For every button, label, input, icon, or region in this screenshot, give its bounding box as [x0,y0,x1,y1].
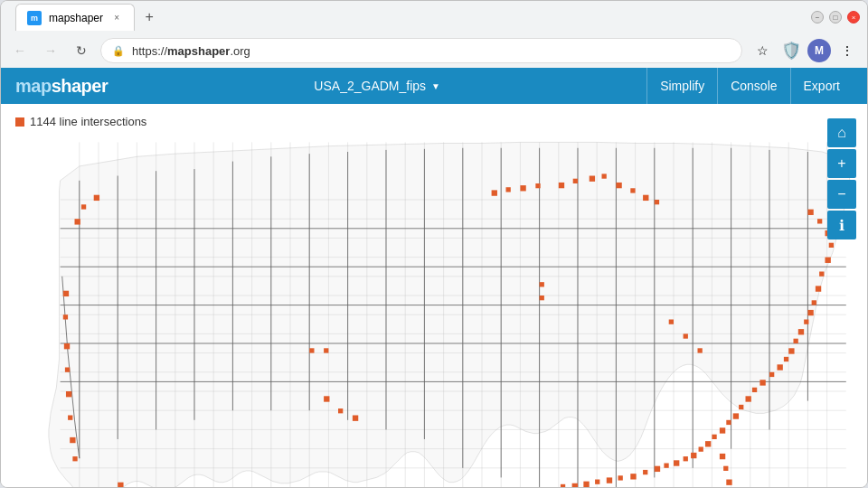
svg-rect-118 [572,483,578,487]
svg-rect-59 [66,391,71,397]
mapshaper-toolbar: mapshaper USA_2_GADM_fips ▼ Simplify Con… [1,68,867,104]
svg-rect-69 [559,183,564,188]
extension-button[interactable]: 🛡️ [778,38,804,63]
minimize-button[interactable]: − [811,11,824,23]
svg-rect-148 [309,348,314,352]
map-controls: ⌂ + − ℹ [827,118,856,239]
mapshaper-logo: mapshaper [15,76,108,97]
svg-rect-67 [81,204,86,209]
svg-rect-75 [643,195,648,201]
svg-rect-145 [324,396,329,401]
tab-title: mapshaper [49,12,103,24]
svg-rect-107 [691,453,696,458]
close-button[interactable]: × [847,11,860,23]
svg-rect-115 [607,477,612,483]
svg-rect-81 [807,210,813,215]
svg-rect-60 [68,416,72,420]
svg-rect-55 [63,291,69,296]
svg-rect-96 [769,372,774,377]
console-button[interactable]: Console [717,68,789,104]
svg-rect-136 [726,480,731,485]
svg-rect-149 [324,348,328,352]
svg-rect-105 [705,441,711,446]
profile-button[interactable]: M [807,39,831,62]
map-svg: .county { fill: #f8f8f8; stroke: #aaa; s… [1,104,867,487]
svg-rect-144 [698,348,703,352]
app-content: mapshaper USA_2_GADM_fips ▼ Simplify Con… [1,68,867,487]
svg-rect-93 [788,348,794,353]
forward-button[interactable]: → [39,39,62,62]
svg-rect-97 [760,380,765,385]
active-tab[interactable]: m mapshaper × [15,4,135,31]
svg-rect-91 [798,329,804,334]
svg-rect-77 [492,190,497,195]
svg-rect-98 [752,388,757,392]
svg-rect-99 [746,396,751,401]
svg-rect-135 [723,466,728,471]
svg-rect-101 [733,413,739,418]
svg-rect-73 [616,183,621,188]
simplify-button[interactable]: Simplify [646,68,717,104]
zoom-in-button[interactable]: + [827,149,856,178]
back-button[interactable]: ← [8,39,32,62]
svg-rect-90 [804,320,808,324]
svg-rect-63 [118,483,123,487]
layer-selector[interactable]: USA_2_GADM_fips ▼ [314,79,440,93]
reload-button[interactable]: ↻ [70,39,93,62]
svg-rect-68 [94,195,99,201]
svg-rect-87 [816,286,821,291]
svg-rect-109 [674,460,679,465]
toolbar-right: Simplify Console Export [646,68,853,104]
title-bar: m mapshaper × + − □ × [1,1,867,33]
svg-rect-62 [72,456,77,461]
svg-rect-108 [684,456,688,461]
svg-rect-146 [338,408,343,413]
svg-rect-95 [777,364,782,370]
svg-rect-140 [540,282,544,286]
svg-rect-103 [720,427,725,433]
svg-rect-89 [807,310,813,315]
address-bar[interactable]: 🔒 https://mapshaper.org [100,38,742,63]
toolbar-center: USA_2_GADM_fips ▼ [108,79,646,93]
svg-rect-147 [353,416,358,421]
svg-rect-106 [699,446,703,451]
address-text: https://mapshaper.org [132,44,250,58]
svg-rect-119 [561,484,565,487]
svg-rect-82 [817,219,822,223]
svg-rect-117 [583,482,589,487]
new-tab-button[interactable]: + [138,6,160,28]
map-area[interactable]: 1144 line intersections ⌂ + − ℹ .county … [1,104,867,487]
address-bar-row: ← → ↻ 🔒 https://mapshaper.org ☆ 🛡️ M ⋮ [1,33,867,68]
svg-rect-111 [655,466,660,472]
export-button[interactable]: Export [790,68,853,104]
svg-rect-56 [63,314,68,319]
zoom-out-button[interactable]: − [827,180,856,209]
svg-rect-88 [812,300,816,305]
svg-rect-104 [712,435,716,439]
browser-window: m mapshaper × + − □ × ← → ↻ 🔒 https://ma… [0,0,868,488]
bookmark-button[interactable]: ☆ [750,38,775,63]
svg-rect-58 [65,368,70,372]
menu-button[interactable]: ⋮ [835,38,860,63]
info-button[interactable]: ℹ [827,211,856,239]
svg-rect-70 [573,179,578,183]
usa-map [49,142,850,487]
window-controls: − □ × [811,11,860,23]
svg-rect-57 [64,343,70,349]
status-text: 1144 line intersections [30,115,146,128]
lock-icon: 🔒 [112,45,125,57]
svg-rect-143 [684,333,688,338]
svg-rect-66 [75,219,80,224]
svg-rect-86 [819,272,824,277]
home-button[interactable]: ⌂ [827,118,856,147]
svg-rect-94 [784,357,788,361]
tab-favicon: m [27,11,42,25]
svg-rect-116 [595,480,599,484]
map-status: 1144 line intersections [15,115,146,128]
maximize-button[interactable]: □ [829,11,842,23]
browser-actions: ☆ 🛡️ M ⋮ [750,38,860,63]
svg-rect-141 [540,296,544,300]
tab-close-button[interactable]: × [110,12,123,24]
svg-rect-80 [535,183,540,188]
svg-rect-114 [618,475,623,480]
